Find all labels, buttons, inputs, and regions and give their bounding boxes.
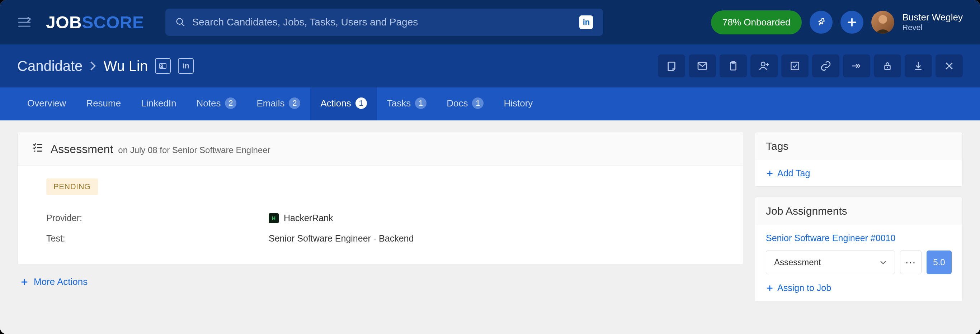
refer-action[interactable] bbox=[751, 54, 778, 78]
breadcrumb-current: Wu Lin bbox=[103, 58, 148, 74]
status-badge: PENDING bbox=[46, 179, 98, 195]
tags-panel: Tags Add Tag bbox=[755, 132, 963, 187]
assign-to-job-label: Assign to Job bbox=[777, 283, 831, 293]
tab-emails[interactable]: Emails2 bbox=[247, 87, 310, 120]
provider-label: Provider: bbox=[46, 213, 269, 223]
add-button[interactable] bbox=[840, 11, 864, 34]
stage-value: Assessment bbox=[774, 257, 821, 268]
tab-overview[interactable]: Overview bbox=[17, 87, 76, 120]
add-tag-button[interactable]: Add Tag bbox=[766, 168, 952, 179]
tab-docs[interactable]: Docs1 bbox=[437, 87, 493, 120]
tab-actions-badge: 1 bbox=[355, 98, 367, 109]
job-assignments-title: Job Assignments bbox=[755, 197, 963, 225]
tab-emails-badge: 2 bbox=[289, 98, 300, 109]
share-action[interactable] bbox=[843, 54, 870, 78]
hackerrank-icon: H bbox=[269, 213, 279, 223]
provider-value: HackerRank bbox=[284, 213, 333, 223]
note-action[interactable] bbox=[658, 54, 685, 78]
score-badge[interactable]: 5.0 bbox=[927, 250, 952, 274]
plus-icon bbox=[846, 17, 858, 28]
tab-history[interactable]: History bbox=[493, 87, 543, 120]
tab-docs-badge: 1 bbox=[472, 98, 484, 109]
close-icon bbox=[944, 60, 955, 71]
svg-rect-16 bbox=[791, 62, 799, 70]
more-actions-button[interactable]: More Actions bbox=[17, 265, 743, 299]
email-icon bbox=[696, 60, 708, 72]
check-box-icon bbox=[789, 60, 801, 72]
download-icon bbox=[913, 60, 924, 72]
sidebar-toggle[interactable] bbox=[17, 15, 32, 29]
tab-notes[interactable]: Notes2 bbox=[186, 87, 247, 120]
search-bar[interactable]: in bbox=[165, 9, 603, 36]
user-info[interactable]: Buster Wegley Revel bbox=[902, 12, 963, 33]
logo-job: JOB bbox=[46, 13, 82, 32]
job-menu-button[interactable]: ··· bbox=[900, 250, 921, 274]
job-link[interactable]: Senior Software Engineer #0010 bbox=[766, 233, 952, 243]
search-icon bbox=[175, 17, 185, 27]
plus-icon bbox=[766, 284, 774, 292]
breadcrumb: Candidate Wu Lin in bbox=[17, 58, 194, 74]
svg-point-13 bbox=[761, 62, 765, 66]
job-assignments-panel: Job Assignments Senior Software Engineer… bbox=[755, 197, 963, 301]
note-icon bbox=[666, 60, 677, 72]
logo[interactable]: JOBSCORE bbox=[46, 13, 144, 32]
share-icon bbox=[850, 60, 863, 72]
tab-actions[interactable]: Actions1 bbox=[310, 87, 377, 120]
svg-point-3 bbox=[177, 19, 183, 24]
tab-tasks[interactable]: Tasks1 bbox=[377, 87, 437, 120]
svg-line-4 bbox=[182, 24, 185, 26]
plus-icon bbox=[766, 169, 774, 177]
tab-tasks-badge: 1 bbox=[415, 98, 426, 109]
svg-point-7 bbox=[878, 15, 887, 24]
email-action[interactable] bbox=[689, 54, 716, 78]
link-icon bbox=[820, 60, 832, 72]
add-tag-label: Add Tag bbox=[777, 168, 810, 179]
more-actions-label: More Actions bbox=[34, 276, 88, 287]
tab-resume[interactable]: Resume bbox=[76, 87, 131, 120]
task-action[interactable] bbox=[781, 54, 808, 78]
person-plus-icon bbox=[758, 60, 770, 72]
linkedin-search-icon[interactable]: in bbox=[579, 16, 593, 29]
chevron-right-icon bbox=[90, 61, 96, 71]
svg-point-9 bbox=[161, 65, 163, 66]
test-value: Senior Software Engineer - Backend bbox=[269, 233, 414, 244]
lock-action[interactable] bbox=[874, 54, 901, 78]
tab-linkedin[interactable]: LinkedIn bbox=[131, 87, 186, 120]
chevron-down-icon bbox=[880, 260, 887, 265]
profile-card-icon[interactable] bbox=[155, 58, 171, 74]
linkedin-profile-icon[interactable]: in bbox=[178, 58, 194, 74]
plus-icon bbox=[20, 278, 29, 287]
pin-button[interactable] bbox=[810, 11, 832, 34]
assessment-subtitle: on July 08 for Senior Software Engineer bbox=[118, 145, 270, 155]
checklist-icon bbox=[32, 142, 43, 153]
user-avatar[interactable] bbox=[871, 11, 894, 34]
user-name: Buster Wegley bbox=[902, 12, 963, 23]
tab-notes-badge: 2 bbox=[225, 98, 236, 109]
test-label: Test: bbox=[46, 233, 269, 244]
logo-score: SCORE bbox=[82, 13, 144, 32]
pin-icon bbox=[816, 17, 826, 28]
assign-to-job-button[interactable]: Assign to Job bbox=[766, 283, 952, 293]
lock-icon bbox=[882, 60, 893, 72]
onboarded-pill[interactable]: 78% Onboarded bbox=[711, 10, 802, 35]
user-org: Revel bbox=[902, 23, 963, 32]
download-action[interactable] bbox=[905, 54, 932, 78]
assessment-title: Assessment bbox=[51, 142, 113, 156]
stage-select[interactable]: Assessment bbox=[766, 250, 895, 274]
clipboard-action[interactable] bbox=[719, 54, 747, 78]
search-input[interactable] bbox=[192, 16, 579, 28]
tags-title: Tags bbox=[755, 132, 963, 160]
close-action[interactable] bbox=[935, 54, 963, 78]
link-action[interactable] bbox=[812, 54, 839, 78]
clipboard-icon bbox=[728, 60, 738, 72]
assessment-card: Assessment on July 08 for Senior Softwar… bbox=[17, 132, 743, 265]
breadcrumb-root[interactable]: Candidate bbox=[17, 58, 83, 74]
